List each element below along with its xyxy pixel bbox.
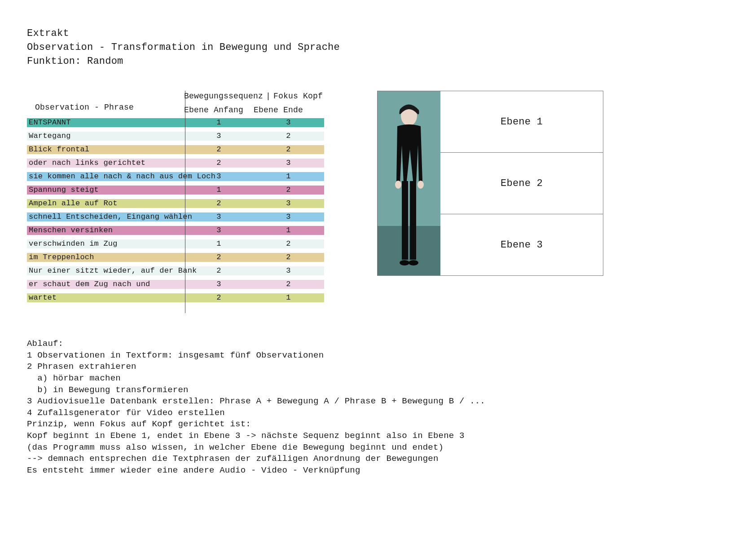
- svg-rect-3: [402, 181, 408, 260]
- table-row: Ampeln alle auf Rot23: [27, 199, 324, 208]
- col-group-sep: |: [263, 91, 273, 102]
- procedure-line: 1 Observationen in Textform: insgesamt f…: [27, 350, 729, 362]
- table-row: oder nach links gerichtet23: [27, 159, 324, 168]
- procedure-text: Ablauf: 1 Observationen in Textform: ins…: [27, 338, 729, 477]
- cell-phrase: Ampeln alle auf Rot: [27, 199, 184, 208]
- procedure-line: 4 Zufallsgenerator für Video erstellen: [27, 407, 729, 419]
- col-anfang-header: Ebene Anfang: [184, 105, 254, 115]
- cell-ende: 3: [254, 212, 323, 221]
- procedure-title: Ablauf:: [27, 338, 729, 350]
- cell-ende: 3: [254, 118, 323, 127]
- cell-ende: 2: [254, 145, 323, 154]
- cell-ende: 1: [254, 293, 323, 302]
- cell-phrase: er schaut dem Zug nach und: [27, 280, 184, 289]
- level-diagram: Ebene 1Ebene 2Ebene 3: [377, 91, 603, 276]
- cell-anfang: 2: [184, 145, 254, 154]
- cell-anfang: 2: [184, 159, 254, 168]
- cell-phrase: ENTSPANNT: [27, 118, 184, 127]
- procedure-line: Prinzip, wenn Fokus auf Kopf gerichtet i…: [27, 419, 729, 430]
- cell-phrase: schnell Entscheiden, Eingang wählen: [27, 212, 184, 221]
- col-ende-header: Ebene Ende: [254, 105, 323, 115]
- procedure-line: Es entsteht immer wieder eine andere Aud…: [27, 465, 729, 477]
- svg-point-7: [400, 260, 409, 265]
- procedure-line: (das Programm muss also wissen, in welch…: [27, 442, 729, 454]
- procedure-line: --> demnach entsprechen die Textphrasen …: [27, 453, 729, 465]
- table-row: Spannung steigt12: [27, 186, 324, 195]
- table-divider: [185, 91, 185, 313]
- cell-ende: 3: [254, 266, 323, 275]
- cell-phrase: verschwinden im Zug: [27, 239, 184, 248]
- header-line-1: Extrakt: [27, 27, 729, 41]
- level-cell: Ebene 3: [440, 214, 603, 275]
- cell-ende: 2: [254, 132, 323, 141]
- table-row: Wartegang32: [27, 132, 324, 141]
- person-silhouette-icon: [378, 91, 440, 275]
- cell-phrase: wartet: [27, 293, 184, 302]
- procedure-line: Kopf beginnt in Ebene 1, endet in Ebene …: [27, 430, 729, 442]
- cell-anfang: 2: [184, 293, 254, 302]
- cell-anfang: 3: [184, 280, 254, 289]
- level-cell: Ebene 2: [440, 153, 603, 214]
- procedure-line: a) hörbar machen: [27, 373, 729, 385]
- cell-anfang: 1: [184, 118, 254, 127]
- cell-phrase: Spannung steigt: [27, 186, 184, 195]
- cell-ende: 2: [254, 253, 323, 262]
- cell-anfang: 2: [184, 199, 254, 208]
- cell-anfang: 2: [184, 266, 254, 275]
- cell-ende: 1: [254, 172, 323, 181]
- table-row: verschwinden im Zug12: [27, 239, 324, 248]
- col-phrase-header: Observation - Phrase: [27, 102, 184, 115]
- col-group-bewegung: Bewegungssequenz: [184, 91, 263, 102]
- cell-ende: 3: [254, 199, 323, 208]
- table-row: sie kommen alle nach & nach aus dem Loch…: [27, 172, 324, 181]
- page-header: Extrakt Observation - Transformation in …: [27, 27, 729, 68]
- table-row: er schaut dem Zug nach und32: [27, 280, 324, 289]
- table-row: Menschen versinken31: [27, 226, 324, 235]
- col-group-fokus: Fokus Kopf: [273, 91, 323, 102]
- cell-phrase: oder nach links gerichtet: [27, 159, 184, 168]
- cell-ende: 1: [254, 226, 323, 235]
- sequence-table: Observation - Phrase Bewegungssequenz | …: [27, 91, 324, 316]
- table-header: Observation - Phrase Bewegungssequenz | …: [27, 91, 324, 115]
- cell-anfang: 2: [184, 253, 254, 262]
- table-row: ENTSPANNT13: [27, 118, 324, 127]
- cell-anfang: 3: [184, 172, 254, 181]
- cell-phrase: sie kommen alle nach & nach aus dem Loch: [27, 172, 184, 181]
- cell-anfang: 1: [184, 186, 254, 195]
- table-row: schnell Entscheiden, Eingang wählen33: [27, 212, 324, 221]
- svg-rect-4: [410, 181, 416, 260]
- svg-rect-1: [378, 226, 440, 275]
- cell-phrase: Menschen versinken: [27, 226, 184, 235]
- procedure-line: b) in Bewegung transformieren: [27, 385, 729, 396]
- svg-point-8: [409, 260, 418, 265]
- cell-ende: 2: [254, 280, 323, 289]
- table-row: Nur einer sitzt wieder, auf der Bank23: [27, 266, 324, 275]
- table-row: Blick frontal22: [27, 145, 324, 154]
- cell-anfang: 3: [184, 212, 254, 221]
- cell-ende: 3: [254, 159, 323, 168]
- cell-phrase: Blick frontal: [27, 145, 184, 154]
- cell-anfang: 3: [184, 226, 254, 235]
- cell-ende: 2: [254, 186, 323, 195]
- header-line-3: Funktion: Random: [27, 55, 729, 69]
- video-still: [378, 91, 440, 275]
- table-row: wartet21: [27, 293, 324, 302]
- procedure-line: 2 Phrasen extrahieren: [27, 361, 729, 373]
- cell-anfang: 1: [184, 239, 254, 248]
- cell-anfang: 3: [184, 132, 254, 141]
- cell-ende: 2: [254, 239, 323, 248]
- svg-point-6: [418, 181, 424, 189]
- cell-phrase: Wartegang: [27, 132, 184, 141]
- level-cell: Ebene 1: [440, 91, 603, 153]
- svg-point-5: [395, 181, 401, 189]
- cell-phrase: Nur einer sitzt wieder, auf der Bank: [27, 266, 184, 275]
- table-row: im Treppenloch22: [27, 253, 324, 262]
- cell-phrase: im Treppenloch: [27, 253, 184, 262]
- procedure-line: 3 Audiovisuelle Datenbank erstellen: Phr…: [27, 396, 729, 407]
- header-line-2: Observation - Transformation in Bewegung…: [27, 41, 729, 55]
